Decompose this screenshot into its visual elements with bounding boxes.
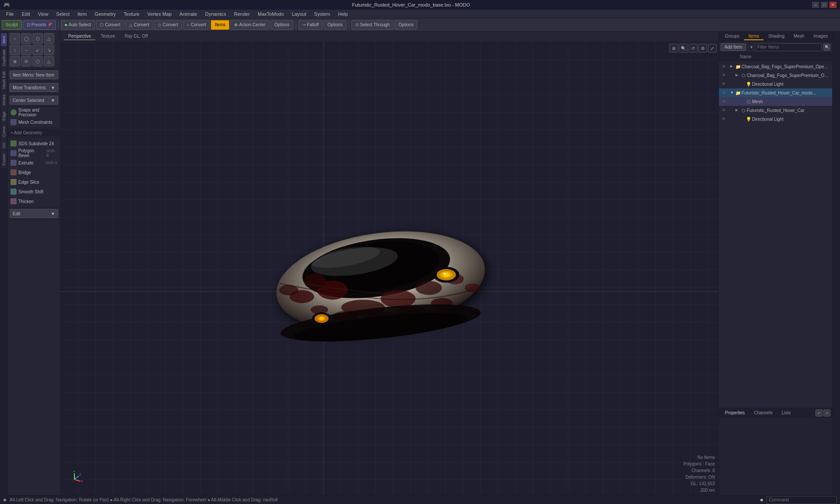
menu-select[interactable]: Select — [52, 10, 73, 18]
minimize-button[interactable]: ─ — [812, 2, 819, 8]
select-through-button[interactable]: ⊙ Select Through — [351, 20, 394, 30]
center-selected-button[interactable]: Center Selected ▼ — [10, 96, 58, 105]
smooth-shift-button[interactable]: Smooth Shift — [8, 187, 60, 196]
menu-layout[interactable]: Layout — [288, 10, 310, 18]
sculpt-button[interactable]: Sculpt — [2, 20, 22, 30]
vtab-item[interactable]: Item — [1, 33, 7, 46]
visibility-button[interactable]: 👁 — [721, 107, 727, 113]
tool-icon-9[interactable]: ⊕ — [10, 56, 20, 66]
vtab-curve[interactable]: Curve — [1, 124, 7, 140]
extrude-button[interactable]: Extrude Shift-X — [8, 158, 60, 168]
list-item[interactable]: 👁 ▶ ⬡ Mesh — [719, 97, 832, 106]
tool-icon-1[interactable]: ○ — [10, 33, 20, 44]
tab-shading[interactable]: Shading — [764, 33, 789, 40]
menu-animate[interactable]: Animate — [176, 10, 200, 18]
add-item-button[interactable]: Add Item — [721, 43, 746, 51]
list-item[interactable]: 👁 ▼ 📁 Futuristic_Rusted_Hover_Car_modo..… — [719, 88, 832, 97]
tool-icon-11[interactable]: ⬡ — [32, 56, 43, 66]
visibility-button[interactable]: 👁 — [721, 90, 727, 96]
tool-icon-12[interactable]: △ — [44, 56, 54, 66]
viewport-fit-button[interactable]: ⊞ — [669, 44, 678, 52]
viewport-rotate-button[interactable]: ↺ — [689, 44, 697, 52]
tool-icon-4[interactable]: △ — [44, 33, 54, 44]
tab-raygl[interactable]: Ray GL: Off — [120, 33, 152, 40]
mesh-constraints-button[interactable]: Mesh Constraints — [8, 117, 60, 127]
tab-properties[interactable]: Properties — [721, 410, 749, 416]
items-list[interactable]: 👁 ▶ 📁 Charcoal_Bag_Fogo_SuperPremium_Ope… — [719, 61, 832, 408]
menu-geometry[interactable]: Geometry — [91, 10, 119, 18]
add-geometry-header[interactable]: + Add Geometry — [8, 129, 60, 136]
list-item[interactable]: 👁 ▶ ⬡ Charcoal_Bag_Fogo_SuperPremium_Op … — [719, 71, 832, 80]
tool-icon-3[interactable]: ⬡ — [32, 33, 43, 44]
viewport-canvas[interactable]: ⊞ 🔍 ↺ ⚙ ⤢ No Items Polygons : Face Chann… — [60, 42, 718, 495]
edge-slice-button[interactable]: Edge Slice — [8, 177, 60, 187]
tool-icon-5[interactable]: ↕ — [10, 45, 20, 55]
action-center-button[interactable]: ⊕ Action Center — [230, 20, 270, 30]
falloff-button[interactable]: ⊸ Falloff — [298, 20, 323, 30]
tool-icon-8[interactable]: ↘ — [44, 45, 54, 55]
viewport-settings-button[interactable]: ⚙ — [698, 44, 707, 52]
auto-select-button[interactable]: ● Auto Select — [61, 20, 95, 30]
menu-dynamics[interactable]: Dynamics — [202, 10, 230, 18]
tab-items[interactable]: Items — [744, 33, 763, 40]
tab-mesh[interactable]: Mesh — [789, 33, 808, 40]
vtab-mesh-edit[interactable]: Mesh Edit — [1, 69, 7, 91]
vtab-fusion[interactable]: Fusion — [1, 151, 7, 168]
bridge-button[interactable]: Bridge — [8, 168, 60, 177]
options-button-2[interactable]: Options — [324, 20, 346, 30]
tab-perspective[interactable]: Perspective — [64, 33, 95, 40]
options-button-3[interactable]: Options — [395, 20, 417, 30]
tab-groups[interactable]: Groups — [721, 33, 744, 40]
tab-channels[interactable]: Channels — [750, 410, 777, 416]
menu-render[interactable]: Render — [231, 10, 253, 18]
viewport-expand-button[interactable]: ⤢ — [708, 44, 717, 52]
item-menu-button[interactable]: Item Menu: New Item — [10, 70, 58, 79]
visibility-button[interactable]: 👁 — [721, 116, 727, 122]
filter-search-button[interactable]: 🔍 — [823, 44, 830, 51]
menu-file[interactable]: File — [3, 10, 18, 18]
maximize-button[interactable]: □ — [821, 2, 828, 8]
bottom-overflow-button[interactable]: » — [823, 410, 830, 416]
list-item[interactable]: 👁 ▶ ⬡ Futuristic_Rusted_Hover_Car — [719, 106, 832, 115]
vtab-uv[interactable]: UV — [1, 140, 7, 151]
filter-items-input[interactable] — [755, 43, 822, 51]
tool-icon-10[interactable]: ⟳ — [21, 56, 32, 66]
close-button[interactable]: ✕ — [830, 2, 836, 8]
bottom-expand-button[interactable]: ⤢ — [816, 410, 822, 416]
snaps-precision-button[interactable]: Snaps and Precision — [8, 108, 60, 117]
convert-button-3[interactable]: ◇ Convert — [154, 20, 182, 30]
command-input[interactable] — [766, 496, 836, 504]
convert-button-4[interactable]: ○ Convert — [183, 20, 210, 30]
vtab-duplicate[interactable]: Duplicate — [1, 47, 7, 69]
menu-view[interactable]: View — [35, 10, 52, 18]
presets-button[interactable]: ⊡ Presets 📌 — [23, 20, 56, 30]
more-transforms-button[interactable]: More Transforms ▼ — [10, 83, 58, 92]
options-button-1[interactable]: Options — [270, 20, 293, 30]
convert-button-1[interactable]: ⬡ Convert — [96, 20, 124, 30]
menu-edit[interactable]: Edit — [18, 10, 34, 18]
tool-icon-6[interactable]: ↔ — [21, 45, 32, 55]
vtab-edge[interactable]: Edge — [1, 109, 7, 123]
sds-subdivide-button[interactable]: SDS Subdivide 2X — [8, 139, 60, 148]
visibility-button[interactable]: 👁 — [721, 98, 727, 105]
viewport-zoom-button[interactable]: 🔍 — [679, 44, 688, 52]
visibility-button[interactable]: 👁 — [721, 72, 727, 78]
menu-item[interactable]: Item — [74, 10, 90, 18]
menu-texture[interactable]: Texture — [120, 10, 143, 18]
tool-icon-7[interactable]: ↙ — [32, 45, 43, 55]
visibility-button[interactable]: 👁 — [721, 63, 727, 70]
menu-vertexmap[interactable]: Vertex Map — [144, 10, 175, 18]
tool-icon-2[interactable]: ◯ — [21, 33, 32, 44]
vtab-vertex[interactable]: Vertex — [1, 92, 7, 108]
convert-button-2[interactable]: △ Convert — [125, 20, 153, 30]
list-item[interactable]: 👁 ▶ 💡 Directional Light — [719, 115, 832, 123]
tab-images[interactable]: Images — [809, 33, 832, 40]
menu-help[interactable]: Help — [335, 10, 352, 18]
list-item[interactable]: 👁 ▶ 📁 Charcoal_Bag_Fogo_SuperPremium_Ope… — [719, 62, 832, 71]
menu-system[interactable]: System — [311, 10, 334, 18]
items-button[interactable]: Items — [211, 20, 229, 30]
tab-lists[interactable]: Lists — [777, 410, 795, 416]
tab-texture[interactable]: Texture — [96, 33, 119, 40]
menu-maxtomodo[interactable]: MaxToModo — [254, 10, 287, 18]
list-item[interactable]: 👁 ▶ 💡 Directional Light — [719, 80, 832, 88]
